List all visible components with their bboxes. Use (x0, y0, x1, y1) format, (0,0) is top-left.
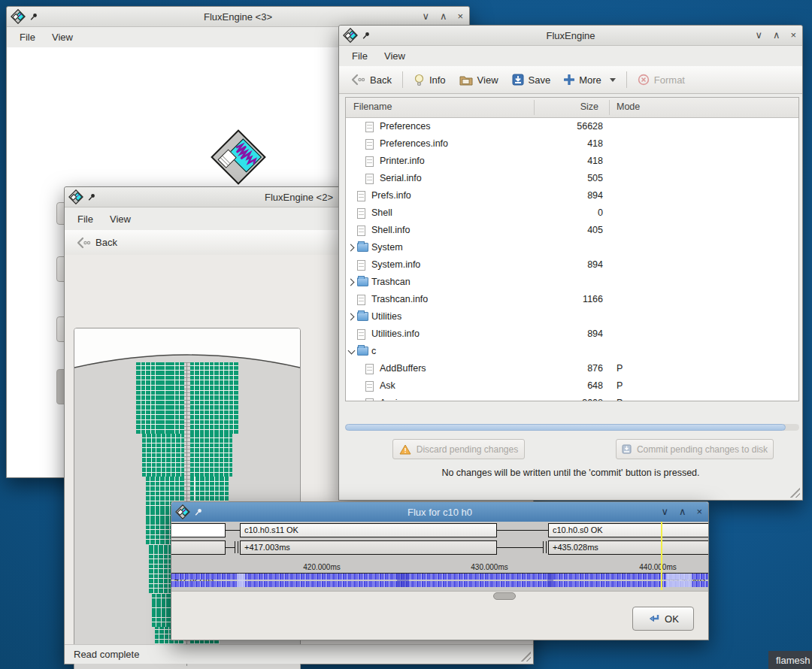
table-row[interactable]: Assign3008P (346, 395, 798, 401)
view-button[interactable]: View (453, 71, 505, 89)
record-box[interactable] (171, 540, 226, 555)
file-icon (357, 191, 365, 201)
record-box[interactable]: +417.003ms (240, 540, 497, 555)
ok-button[interactable]: OK (632, 607, 694, 631)
fluxengine-logo-icon (343, 28, 358, 43)
table-row[interactable]: System.info894 (346, 256, 798, 274)
column-filename[interactable]: Filename (353, 101, 392, 112)
menu-file[interactable]: File (69, 210, 102, 228)
toolbar-browser: Back Info View Save More (339, 66, 802, 94)
table-row[interactable]: Trashcan (346, 274, 798, 291)
pin-icon[interactable] (29, 13, 38, 21)
close-icon[interactable]: × (457, 7, 463, 26)
table-row[interactable]: Printer.info418 (346, 153, 798, 170)
titlebar-browser[interactable]: FluxEngine ∨ ∧ × (339, 26, 802, 46)
disk-sector-block (142, 434, 184, 477)
titlebar-picker[interactable]: FluxEngine <3> ∨ ∧ × (7, 7, 469, 27)
back-button[interactable]: Back (69, 233, 124, 253)
connector-line (497, 530, 548, 531)
close-icon[interactable]: × (790, 26, 796, 45)
file-table-header[interactable]: Filename Size Mode (346, 98, 798, 118)
minimize-icon[interactable]: ∨ (755, 26, 762, 45)
table-row[interactable]: Ask648P (346, 377, 798, 395)
column-separator[interactable] (609, 100, 610, 115)
table-row[interactable]: AddBuffers876P (346, 360, 798, 377)
table-row[interactable]: Serial.info505 (346, 170, 798, 187)
disk-sector-block (136, 362, 184, 434)
horizontal-scrollbar[interactable] (345, 424, 799, 431)
table-row[interactable]: Trashcan.info1166 (346, 291, 798, 308)
file-icon (365, 122, 374, 132)
sector-box[interactable]: c10.h0.s0 OK (548, 523, 708, 537)
table-row[interactable]: Shell0 (346, 204, 798, 222)
cursor-line[interactable] (661, 522, 662, 590)
cell-size: 894 (534, 190, 603, 201)
window-flux-viewer: Flux for c10 h0 ∨ ∧ × c10.h0.s11 OK c10.… (171, 501, 709, 640)
table-row[interactable]: Preferences56628 (346, 118, 798, 135)
titlebar-flux[interactable]: Flux for c10 h0 ∨ ∧ × (171, 502, 708, 522)
chevron-down-icon[interactable] (610, 78, 616, 85)
cell-filename: Serial.info (380, 173, 422, 183)
expander-collapsed-icon[interactable] (347, 244, 355, 252)
table-row[interactable]: Preferences.info418 (346, 135, 798, 153)
file-icon (357, 226, 365, 236)
expander-collapsed-icon[interactable] (347, 279, 355, 286)
menu-view[interactable]: View (376, 47, 414, 65)
column-size[interactable]: Size (534, 101, 598, 112)
cell-size: 418 (534, 156, 603, 166)
minimize-icon[interactable]: ∨ (422, 7, 429, 26)
table-row[interactable]: Shell.info405 (346, 222, 798, 239)
table-row[interactable]: Utilities.info894 (346, 325, 798, 343)
column-separator[interactable] (534, 100, 535, 115)
table-row[interactable]: System (346, 239, 798, 256)
more-button[interactable]: More (557, 71, 623, 89)
menu-file[interactable]: File (344, 47, 376, 65)
connector-line (225, 547, 235, 548)
flux-band[interactable] (171, 581, 708, 587)
cell-size: 648 (534, 380, 603, 391)
commit-changes-button[interactable]: Commit pending changes to disk (616, 439, 774, 459)
flameshot-tooltip: flamesh (768, 651, 812, 669)
cell-filename: Shell (371, 207, 392, 218)
cell-filename: Utilities (371, 311, 401, 322)
record-marker (543, 541, 547, 553)
table-row[interactable]: c (346, 343, 798, 360)
cell-mode: P (617, 398, 623, 401)
maximize-icon[interactable]: ∧ (440, 7, 447, 26)
expander-expanded-icon[interactable] (348, 347, 356, 355)
pin-icon[interactable] (87, 193, 95, 201)
record-box[interactable]: +435.028ms (548, 540, 708, 555)
menu-view[interactable]: View (44, 29, 81, 46)
minimize-icon[interactable]: ∨ (661, 502, 668, 522)
table-row[interactable]: Prefs.info894 (346, 187, 798, 204)
cell-size: 1166 (534, 294, 603, 304)
table-row[interactable]: Utilities (346, 308, 798, 325)
scrollbar-thumb[interactable] (345, 424, 786, 431)
file-icon (357, 329, 365, 340)
column-mode[interactable]: Mode (617, 101, 640, 112)
info-button[interactable]: Info (407, 70, 453, 90)
menu-file[interactable]: File (11, 29, 44, 46)
resize-grip[interactable] (789, 486, 800, 498)
sector-box[interactable] (171, 523, 226, 537)
flux-band[interactable] (171, 574, 708, 580)
maximize-icon[interactable]: ∧ (679, 502, 686, 522)
pin-icon[interactable] (362, 32, 370, 40)
file-table: Filename Size Mode Preferences56628Prefe… (345, 97, 799, 401)
save-button[interactable]: Save (505, 70, 558, 89)
cell-filename: Trashcan.info (371, 294, 428, 304)
discard-changes-button[interactable]: Discard pending changes (392, 439, 525, 459)
splitter-handle[interactable] (493, 592, 516, 600)
menu-view[interactable]: View (102, 210, 139, 228)
close-icon[interactable]: × (696, 502, 702, 522)
file-table-body: Preferences56628Preferences.info418Print… (346, 118, 798, 401)
maximize-icon[interactable]: ∧ (773, 26, 780, 45)
sector-box[interactable]: c10.h0.s11 OK (240, 523, 497, 537)
back-button[interactable]: Back (344, 70, 398, 89)
flux-band-dense (397, 574, 409, 587)
expander-collapsed-icon[interactable] (347, 313, 355, 321)
pin-icon[interactable] (194, 508, 202, 516)
format-button[interactable]: Format (631, 70, 692, 89)
flux-canvas[interactable]: c10.h0.s11 OK c10.h0.s0 OK +417.003ms +4… (171, 522, 708, 640)
file-icon (357, 208, 365, 219)
